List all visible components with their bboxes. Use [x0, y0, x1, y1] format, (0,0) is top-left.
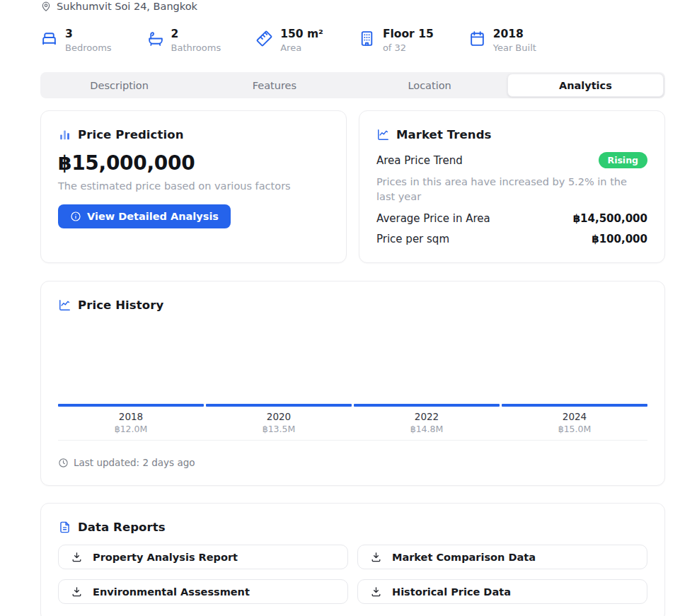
building-icon: [358, 30, 376, 47]
property-address: Sukhumvit Soi 24, Bangkok: [40, 0, 665, 13]
price-prediction-card: Price Prediction ฿15,000,000 The estimat…: [40, 110, 347, 263]
report-label: Environmental Assessment: [93, 586, 250, 598]
address-text: Sukhumvit Soi 24, Bangkok: [57, 1, 197, 12]
download-icon: [370, 551, 382, 563]
average-price-row: Average Price in Area ฿14,500,000: [376, 212, 647, 225]
tab-bar: Description Features Location Analytics: [40, 72, 665, 98]
clock-icon: [58, 458, 69, 468]
rising-badge: Rising: [599, 152, 647, 168]
line-chart-icon: [376, 128, 390, 141]
chart-column-2018: [58, 318, 204, 407]
view-detailed-analysis-button[interactable]: View Detailed Analysis: [58, 204, 231, 228]
tab-features[interactable]: Features: [197, 74, 352, 97]
axis-label-2018: 2018 ฿12.0M: [58, 407, 204, 434]
stat-value: 3: [65, 27, 112, 41]
download-icon: [71, 586, 83, 598]
axis-label-2020: 2020 ฿13.5M: [206, 407, 352, 434]
reports-grid: Property Analysis Report Market Comparis…: [58, 545, 647, 604]
tab-analytics[interactable]: Analytics: [507, 74, 664, 97]
trend-description: Prices in this area have increased by 5.…: [376, 175, 647, 204]
report-label: Property Analysis Report: [93, 552, 238, 563]
property-stats: 3 Bedrooms 2 Bathrooms 150 m²: [40, 27, 665, 54]
stat-label: Bedrooms: [65, 41, 112, 54]
bed-icon: [40, 30, 58, 47]
download-market-comparison-data-button[interactable]: Market Comparison Data: [357, 545, 647, 569]
card-title: Price Prediction: [78, 128, 184, 141]
stat-label: of 32: [383, 41, 434, 54]
report-label: Market Comparison Data: [392, 552, 536, 563]
value-label: ฿15.0M: [502, 424, 647, 434]
stat-value: 2: [171, 27, 221, 41]
stat-label: Year Built: [493, 41, 536, 54]
year-label: 2020: [206, 411, 352, 422]
value-label: ฿12.0M: [58, 424, 204, 434]
card-title: Market Trends: [396, 128, 492, 141]
last-updated-text: Last updated: 2 days ago: [74, 457, 195, 468]
axis-label-2022: 2022 ฿14.8M: [354, 407, 500, 434]
download-property-analysis-report-button[interactable]: Property Analysis Report: [58, 545, 348, 569]
chart-bars: [58, 318, 647, 407]
price-per-sqm-row: Price per sqm ฿100,000: [376, 233, 647, 245]
market-trends-card: Market Trends Area Price Trend Rising Pr…: [359, 110, 665, 263]
row-value: ฿14,500,000: [573, 212, 647, 225]
row-value: ฿100,000: [592, 233, 647, 245]
chart-column-2024: [502, 318, 647, 407]
calendar-icon: [468, 30, 486, 47]
download-historical-price-data-button[interactable]: Historical Price Data: [357, 579, 647, 604]
prediction-subtitle: The estimated price based on various fac…: [58, 180, 329, 192]
download-icon: [71, 551, 83, 563]
chart-column-2020: [206, 318, 352, 407]
year-label: 2018: [58, 411, 204, 422]
bar-chart-icon: [58, 128, 71, 141]
report-label: Historical Price Data: [392, 586, 511, 598]
map-pin-icon: [40, 1, 52, 12]
stat-value: Floor 15: [383, 27, 434, 41]
stat-label: Area: [280, 41, 323, 54]
stat-value: 150 m²: [280, 27, 323, 41]
chart-axis-labels: 2018 ฿12.0M 2020 ฿13.5M 2022 ฿14.8M 2024…: [58, 407, 647, 441]
tab-location[interactable]: Location: [352, 74, 507, 97]
price-history-chart: 2018 ฿12.0M 2020 ฿13.5M 2022 ฿14.8M 2024…: [58, 318, 647, 441]
stat-year-built: 2018 Year Built: [468, 27, 536, 54]
axis-label-2024: 2024 ฿15.0M: [502, 407, 647, 434]
bath-icon: [146, 30, 164, 47]
price-history-card: Price History 2018 ฿12.0M 2020 ฿1: [40, 281, 665, 486]
data-reports-card: Data Reports Property Analysis Report Ma…: [40, 503, 665, 616]
stat-value: 2018: [493, 27, 536, 41]
stat-floor: Floor 15 of 32: [358, 27, 434, 54]
stat-bedrooms: 3 Bedrooms: [40, 27, 112, 54]
info-icon: [70, 211, 81, 222]
trend-label: Area Price Trend: [376, 154, 463, 167]
download-icon: [370, 586, 382, 598]
line-chart-icon: [58, 298, 71, 312]
button-label: View Detailed Analysis: [87, 211, 219, 222]
year-label: 2024: [502, 411, 647, 422]
value-label: ฿13.5M: [206, 424, 352, 434]
ruler-icon: [255, 30, 273, 47]
card-title: Price History: [78, 298, 163, 312]
stat-area: 150 m² Area: [255, 27, 323, 54]
download-environmental-assessment-button[interactable]: Environmental Assessment: [58, 579, 348, 604]
predicted-price: ฿15,000,000: [58, 151, 329, 175]
last-updated: Last updated: 2 days ago: [58, 457, 647, 468]
chart-column-2022: [354, 318, 500, 407]
stat-bathrooms: 2 Bathrooms: [146, 27, 221, 54]
file-text-icon: [58, 521, 71, 534]
stat-label: Bathrooms: [171, 41, 221, 54]
tab-description[interactable]: Description: [42, 74, 197, 97]
value-label: ฿14.8M: [354, 424, 500, 434]
property-analytics-page: Sukhumvit Soi 24, Bangkok 3 Bedrooms 2: [0, 0, 680, 616]
row-label: Price per sqm: [376, 233, 449, 245]
row-label: Average Price in Area: [376, 212, 490, 225]
card-title: Data Reports: [78, 521, 166, 534]
year-label: 2022: [354, 411, 500, 422]
